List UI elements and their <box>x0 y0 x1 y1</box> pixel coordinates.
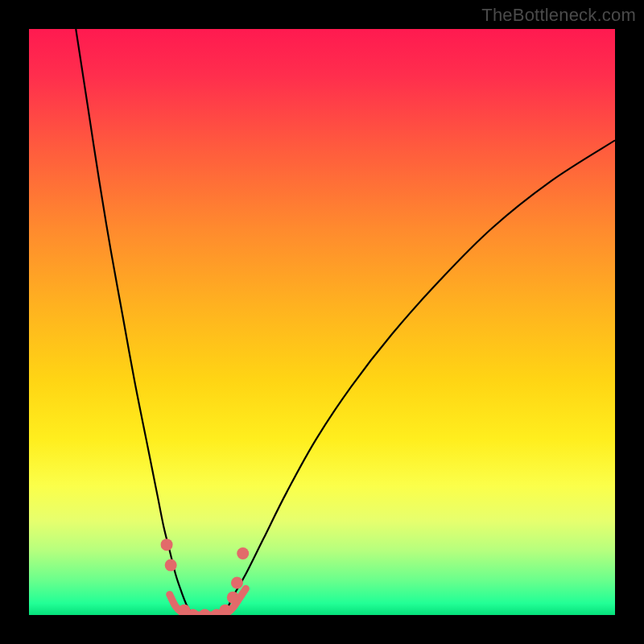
marker-dot <box>219 605 231 615</box>
left-curve <box>76 29 193 615</box>
marker-dot <box>237 547 249 559</box>
marker-dot <box>199 609 211 616</box>
chart-svg <box>29 29 615 615</box>
watermark-text: TheBottleneck.com <box>481 5 636 26</box>
marker-dot <box>165 559 177 572</box>
marker-dot <box>161 539 173 551</box>
marker-dot <box>231 576 243 588</box>
chart-area <box>29 29 615 615</box>
right-curve <box>222 140 615 615</box>
marker-dot <box>227 592 239 604</box>
